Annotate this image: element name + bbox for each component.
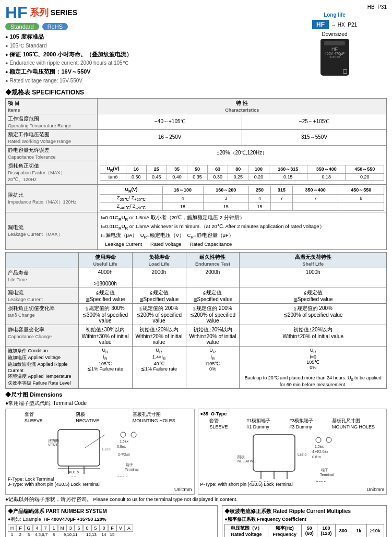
cap-tol-val: ±20%（20℃,120Hz） [98, 145, 387, 161]
op-labels: 套管SLEEVE #1模拟端子#1 Dummy #3模拟端子#3 Dummy 基… [200, 417, 385, 429]
df-col-450-550: 450～550 [346, 165, 384, 173]
freq-col-10k: ≥10k [366, 524, 384, 537]
svg-text:Φ22.5±x: Φ22.5±x [316, 481, 330, 482]
imp-z25: Z25℃/ Z+20℃ [100, 194, 162, 202]
bullet-2-en: Endurance with ripple current: 2000 hour… [5, 59, 282, 67]
pn-3: 3 [66, 524, 75, 532]
specs-section: ◆规格表 SPECIFICATIONS 项 目Items 特 性Characte… [5, 88, 387, 250]
df-col-25: 25 [146, 165, 167, 173]
cc-shelf: 初始值±20%以内Within±20% of initial value [240, 325, 387, 346]
row-cap-change: 静电容量变化率Capacitance Change 初始值±30%以内Withi… [6, 325, 387, 346]
cap-image: HF 400V 470μF ●35×50 [320, 39, 349, 76]
dummy1-label: #1模拟端子#1 Dummy [246, 417, 270, 429]
imp-col-ur: UR(V) [100, 186, 162, 194]
pn-m: M [58, 524, 66, 532]
op-svg: L±3.0 6.3±x ΦD1.5 阴极 NEGATIVE 1.5±x 4×Φ2… [237, 429, 347, 482]
item-cap-change: 静电容量变化率Capacitance Change [6, 325, 79, 346]
long-life-label: Long life [282, 12, 387, 18]
part-example: ●例如: Example HF 400V470μF ●35×50 ±20% [8, 516, 215, 523]
ll-shelf: ≦规定值≦Specified value [240, 288, 387, 303]
item-tand-change: 损耗角正切值变化率tanδ Change [6, 303, 79, 325]
df-col-35: 35 [167, 165, 187, 173]
bullet-2: 保证 105℃、2000 小时寿命。（叠加纹波电流） [5, 50, 282, 59]
svg-text:L±3.0: L±3.0 [102, 447, 112, 451]
ll-useful: ≦规定值≦Specified value [78, 288, 132, 303]
cond-shelf: URI=0105℃0%Back up to 20℃ and placed mor… [240, 346, 387, 388]
series-en: SERIES [51, 8, 77, 17]
pn-4: 4 [33, 524, 41, 532]
header-left: HF 系列 SERIES Standard RoHS 105 度标准品 105℃… [5, 4, 282, 85]
series-cn: 系列 [30, 6, 49, 19]
imp-z40: Z-40℃/ Z-20℃ [100, 202, 162, 211]
lt-useful: 4000h >180000h [78, 268, 132, 288]
freq-col-50: 50(60) [302, 524, 317, 537]
pn-h: H [8, 524, 16, 532]
svg-text:6.3±x: 6.3±x [71, 475, 80, 476]
rohs-badge: RoHS [42, 23, 68, 30]
brand-hf: HF [5, 4, 28, 21]
sleeve-label2: 套管SLEEVE [209, 417, 228, 429]
item-leakage: 漏电流Leakage Current（MAX） [6, 212, 98, 250]
tc-endurance: ≦规定值的 200%≦200% of specified value [186, 303, 240, 325]
svg-text:4×Φ2.0±x: 4×Φ2.0±x [312, 450, 328, 454]
lt-endurance: 2000h [186, 268, 240, 288]
hf-box: HF [312, 20, 329, 29]
imp-inner-table: UR(V) 16～100 160～200 250 315 350～400 450… [100, 186, 384, 211]
life-table: 使用寿命Useful Life 负荷寿命Load Life 耐久性特性Endur… [5, 252, 387, 389]
life-item-col [6, 252, 79, 268]
svg-line-10 [85, 435, 105, 448]
voltage-val2: 315～550V [242, 129, 387, 145]
unit-mm-2: Unit:mm [200, 487, 385, 492]
row-life-leakage: 漏电流Leakage Current ≦规定值≦Specified value … [6, 288, 387, 303]
cond-useful: URIR105℃≦1% Failure rate [78, 346, 132, 388]
df-col-100: 100 [248, 165, 269, 173]
freq-col-voltage: 电压范围（V）Rated voltage [225, 524, 268, 537]
freq-col-1k: 1k [351, 524, 366, 537]
lt-load: 2000h [132, 268, 186, 288]
life-col-shelf: 高温无负荷特性Shelf Life [240, 252, 387, 268]
df-inner-table: UR(V) 16 25 35 50 63 80 100 160～315 350～… [100, 165, 384, 181]
item-condition: 施加条件 Condition施加电压 Applied Voltage施加纹波电流… [6, 346, 79, 388]
ripple-section: ◆纹波电流修正系数 Rated Ripple Current Multiplie… [222, 505, 387, 537]
life-col-load: 负荷寿命Load Life [132, 252, 186, 268]
df-col-63: 63 [208, 165, 228, 173]
badges: Standard RoHS [5, 23, 282, 30]
pn-7: 7 [41, 524, 50, 532]
svg-text:压力阀: 压力阀 [48, 439, 59, 443]
svg-text:1.5±x: 1.5±x [315, 445, 324, 448]
ripple-title: ◆纹波电流修正系数 Rated Ripple Current Multiplie… [224, 508, 384, 515]
svg-text:阴极: 阴极 [237, 455, 245, 459]
dim-diagrams: 套管SLEEVE 阴极NEGATIVE 基板孔尺寸图MOUNTING HOLES… [5, 409, 387, 495]
f-type-label: F-Type: Lock Terminal [8, 476, 192, 482]
cap-label: HF 400V 470μF ●35×50 [325, 46, 345, 58]
row-lifetime: 产品寿命Life Time 4000h >180000h 2000h 2000h… [6, 268, 387, 288]
svg-point-11 [121, 432, 126, 437]
item-imp: 阻抗比Impedance Ratio（MAX）120Hz [6, 184, 98, 212]
hf-diagram: HF → HX P21 [312, 20, 357, 29]
op-temp-val1: −40～+105℃ [98, 114, 242, 129]
hf-title: HF 系列 SERIES [5, 4, 282, 21]
df-val: UR(V) 16 25 35 50 63 80 100 160～315 350～… [98, 161, 387, 184]
page-container: HF 系列 SERIES Standard RoHS 105 度标准品 105℃… [0, 0, 392, 537]
df-col-ur: UR(V) [100, 165, 126, 173]
downsized-label: Downsized [322, 31, 348, 37]
df-col-16: 16 [126, 165, 146, 173]
neg-label: 阴极NEGATIVE [76, 411, 99, 423]
cc-useful: 初始值±30%以内Within±30% of initial value [78, 325, 132, 346]
row-cap-tol: 静电容量允许误差Capacitance Tolerance ±20%（20℃,1… [6, 145, 387, 161]
svg-text:ΦD1.5: ΦD1.5 [117, 475, 127, 476]
svg-point-29 [326, 437, 331, 443]
item-lifetime: 产品寿命Life Time [6, 268, 79, 288]
voltage-val1: 16～250V [98, 129, 242, 145]
o35-label: ●35 O-Type [200, 411, 385, 416]
item-cap-tol: 静电容量允许误差Capacitance Tolerance [6, 145, 98, 161]
specs-table: 项 目Items 特 性Characteristics 工作温度范围Operat… [5, 98, 387, 250]
pn-positions: 1 2 3 4,5,6,7 8 9,10,11 12,13 14 15 [8, 532, 215, 537]
row-tand-change: 损耗角正切值变化率tanδ Change ≦规定值的 300%≦300% of … [6, 303, 387, 325]
header-right: HB P31 Long life HF → HX P21 Downsized H… [282, 4, 387, 76]
svg-rect-0 [58, 429, 100, 466]
pn-g: G [25, 524, 33, 532]
specs-title: ◆规格表 SPECIFICATIONS [5, 88, 387, 97]
item-voltage: 额定工作电压范围Rated Working Voltage Range [6, 129, 98, 145]
svg-text:端子: 端子 [321, 468, 328, 472]
